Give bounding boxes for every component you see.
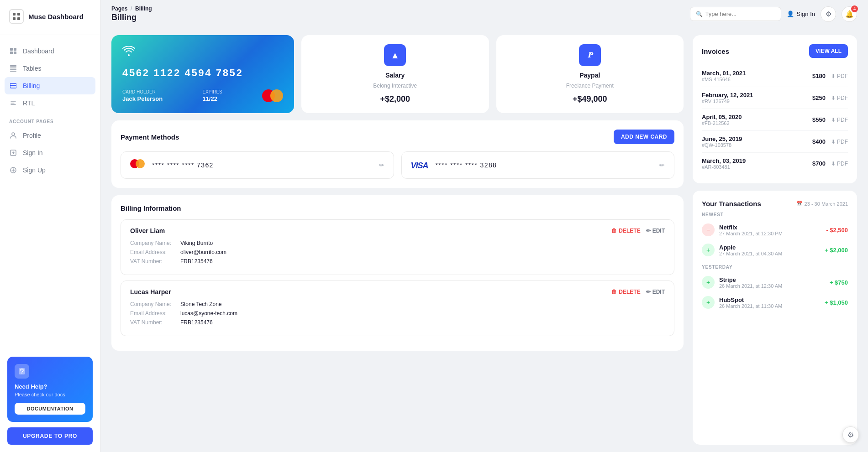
sidebar-logo: Muse Dashboard xyxy=(0,0,100,35)
view-all-button[interactable]: VIEW ALL xyxy=(809,44,848,58)
svg-rect-4 xyxy=(10,48,13,51)
documentation-button[interactable]: DOCUMENTATION xyxy=(15,403,85,415)
sidebar-item-tables[interactable]: Tables xyxy=(0,60,100,77)
invoice-ref-0: #MS-415646 xyxy=(702,77,746,82)
page-title: Billing xyxy=(111,13,152,22)
svg-rect-8 xyxy=(10,65,16,67)
hubspot-amount: + $1,050 xyxy=(825,299,848,306)
svg-rect-1 xyxy=(17,13,20,16)
content-right: Invoices VIEW ALL March, 01, 2021 #MS-41… xyxy=(693,35,857,445)
visa-logo-text: VISA xyxy=(411,161,428,170)
billing-info-section: Billing Information Oliver Liam 🗑 DELETE… xyxy=(111,195,684,351)
billing-lucas-email: Email Address: lucas@syone-tech.com xyxy=(130,310,665,317)
edit-label: EDIT xyxy=(652,228,665,234)
sidebar: Muse Dashboard Dashboard Tables Billing … xyxy=(0,0,100,452)
invoice-ref-2: #FB-212562 xyxy=(702,120,742,126)
billing-person-lucas: Lucas Harper 🗑 DELETE ✏ EDIT xyxy=(121,281,674,336)
pm-mastercard-number: **** **** **** 7362 xyxy=(152,161,372,169)
transactions-header: Your Transactions 📅 23 - 30 March 2021 xyxy=(702,200,848,208)
netflix-icon: − xyxy=(702,223,715,236)
svg-rect-5 xyxy=(14,48,16,51)
invoice-pdf-button-3[interactable]: ⬇ PDF xyxy=(831,139,848,145)
pm-card-mastercard: **** **** **** 7362 ✏ xyxy=(121,151,394,179)
transactions-date: 📅 23 - 30 March 2021 xyxy=(796,201,848,207)
rtl-icon xyxy=(9,99,17,107)
add-new-card-button[interactable]: ADD NEW CARD xyxy=(614,130,674,144)
search-box[interactable]: 🔍 xyxy=(690,7,781,21)
settings-fab[interactable]: ⚙ xyxy=(842,426,859,443)
trash-icon: 🗑 xyxy=(611,228,617,234)
sign-in-button[interactable]: 👤 Sign In xyxy=(787,10,815,17)
invoice-pdf-button-1[interactable]: ⬇ PDF xyxy=(831,95,848,101)
sidebar-item-dashboard[interactable]: Dashboard xyxy=(0,42,100,60)
invoice-pdf-button-2[interactable]: ⬇ PDF xyxy=(831,117,848,123)
transactions-section: Your Transactions 📅 23 - 30 March 2021 N… xyxy=(693,191,857,445)
svg-rect-2 xyxy=(13,17,16,20)
salary-title: Salary xyxy=(385,72,405,79)
billing-label: Billing xyxy=(23,82,40,89)
pm-visa-edit-button[interactable]: ✏ xyxy=(659,161,665,169)
transaction-apple: + Apple 27 March 2021, at 04:30 AM + $2,… xyxy=(702,240,848,260)
content-area: 4562 1122 4594 7852 Card Holder Jack Pet… xyxy=(100,28,868,452)
paypal-amount: +$49,000 xyxy=(573,94,607,104)
sidebar-item-billing[interactable]: Billing xyxy=(5,77,95,94)
netflix-info: Netflix 27 March 2021, at 12:30 PM xyxy=(719,224,821,236)
svg-rect-9 xyxy=(10,68,16,68)
pencil-icon-lucas: ✏ xyxy=(646,289,651,295)
invoice-date-2: April, 05, 2020 xyxy=(702,114,742,120)
sidebar-item-signin[interactable]: Sign In xyxy=(0,144,100,161)
settings-button[interactable]: ⚙ xyxy=(821,6,836,22)
sidebar-item-signup[interactable]: Sign Up xyxy=(0,161,100,179)
upgrade-button[interactable]: UPGRADE TO PRO xyxy=(7,427,93,445)
breadcrumb: Pages / Billing xyxy=(111,5,152,12)
billing-lucas-company: Company Name: Stone Tech Zone xyxy=(130,301,665,307)
pm-card-visa: VISA **** **** **** 3288 ✏ xyxy=(401,151,675,179)
delete-label: DELETE xyxy=(619,228,640,234)
stripe-date: 26 March 2021, at 12:30 AM xyxy=(719,283,825,289)
tables-label: Tables xyxy=(23,65,41,72)
billing-oliver-edit-button[interactable]: ✏ EDIT xyxy=(646,228,665,234)
visa-pm-logo: VISA xyxy=(411,159,428,171)
apple-amount: + $2,000 xyxy=(825,247,848,254)
card-section: 4562 1122 4594 7852 Card Holder Jack Pet… xyxy=(111,35,684,113)
invoices-section: Invoices VIEW ALL March, 01, 2021 #MS-41… xyxy=(693,35,857,183)
sidebar-navigation: Dashboard Tables Billing RTL ACCOUNT PAG… xyxy=(0,35,100,186)
invoice-pdf-button-0[interactable]: ⬇ PDF xyxy=(831,73,848,79)
pencil-icon: ✏ xyxy=(646,228,651,234)
invoice-item-2: April, 05, 2020 #FB-212562 $550 ⬇ PDF xyxy=(702,109,848,131)
billing-oliver-vat: VAT Number: FRB1235476 xyxy=(130,258,665,265)
topbar: Pages / Billing Billing 🔍 👤 Sign In ⚙ 🔔 … xyxy=(100,0,868,28)
billing-oliver-company: Company Name: Viking Burrito xyxy=(130,240,665,246)
mastercard-logo xyxy=(262,89,283,102)
netflix-amount: - $2,500 xyxy=(826,227,848,234)
search-input[interactable] xyxy=(705,10,775,17)
billing-oliver-delete-button[interactable]: 🗑 DELETE xyxy=(611,228,640,234)
invoice-ref-4: #AR-803481 xyxy=(702,164,746,170)
sidebar-item-rtl[interactable]: RTL xyxy=(0,94,100,112)
invoice-date-block-1: February, 12, 2021 #RV-126749 xyxy=(702,92,753,104)
pm-mastercard-edit-button[interactable]: ✏ xyxy=(379,161,384,169)
invoices-header: Invoices VIEW ALL xyxy=(702,44,848,58)
help-icon xyxy=(15,364,29,379)
transactions-date-range: 23 - 30 March 2021 xyxy=(805,201,848,207)
vat-label: VAT Number: xyxy=(130,258,180,265)
sidebar-item-profile[interactable]: Profile xyxy=(0,127,100,144)
svg-rect-11 xyxy=(10,71,16,72)
wifi-icon xyxy=(122,46,283,58)
apple-icon: + xyxy=(702,244,715,256)
billing-person-lucas-header: Lucas Harper 🗑 DELETE ✏ EDIT xyxy=(130,288,665,296)
billing-icon xyxy=(9,82,17,90)
invoice-amount-3: $400 xyxy=(812,138,826,145)
notifications-button[interactable]: 🔔 4 xyxy=(842,6,857,22)
billing-lucas-edit-button[interactable]: ✏ EDIT xyxy=(646,289,665,295)
apple-info: Apple 27 March 2021, at 04:30 AM xyxy=(719,244,820,256)
invoice-pdf-button-4[interactable]: ⬇ PDF xyxy=(831,161,848,167)
breadcrumb-current: Billing xyxy=(135,5,152,12)
billing-lucas-vat: VAT Number: FRB1235476 xyxy=(130,319,665,326)
invoice-amount-0: $180 xyxy=(812,73,826,79)
invoice-date-0: March, 01, 2021 xyxy=(702,70,746,77)
svg-rect-6 xyxy=(10,52,13,54)
billing-person-lucas-name: Lucas Harper xyxy=(130,288,171,296)
billing-lucas-delete-button[interactable]: 🗑 DELETE xyxy=(611,289,640,295)
invoice-ref-1: #RV-126749 xyxy=(702,99,753,104)
